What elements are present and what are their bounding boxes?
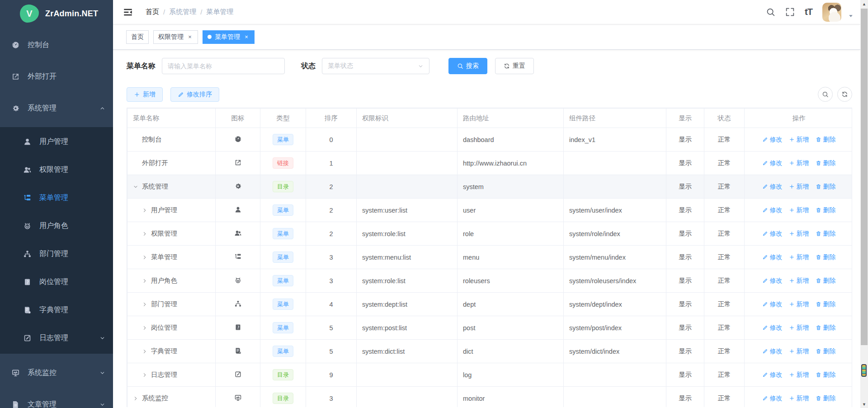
sidebar-item-12[interactable]: 系统监控 — [0, 360, 113, 385]
table-row[interactable]: 控制台菜单0dashboardindex_v1显示正常修改新增删除 — [127, 128, 853, 152]
edit-link[interactable]: 修改 — [762, 347, 783, 356]
sidebar-item-7[interactable]: 用户角色 — [0, 214, 113, 237]
table-row[interactable]: 部门管理菜单4system:dept:listdeptsystem/dept/i… — [127, 293, 853, 316]
status-cell: 正常 — [704, 152, 745, 175]
edit-link[interactable]: 修改 — [762, 394, 783, 403]
chevron-down-icon[interactable] — [848, 13, 854, 19]
row-expand-icon[interactable] — [142, 302, 148, 307]
add-link[interactable]: 新增 — [789, 136, 809, 144]
sidebar-item-8[interactable]: 部门管理 — [0, 242, 113, 265]
menu-name-input[interactable] — [162, 58, 285, 74]
delete-link[interactable]: 删除 — [816, 371, 836, 379]
scrollbar-up-arrow-icon[interactable]: ▲ — [860, 0, 868, 8]
add-link[interactable]: 新增 — [789, 230, 809, 238]
add-link[interactable]: 新增 — [789, 394, 809, 403]
tab-3[interactable]: 菜单管理× — [203, 30, 255, 44]
sidebar-item-6[interactable]: 菜单管理 — [0, 186, 113, 209]
add-link[interactable]: 新增 — [789, 347, 809, 356]
delete-link[interactable]: 删除 — [816, 159, 836, 167]
edit-link[interactable]: 修改 — [762, 300, 783, 308]
delete-link[interactable]: 删除 — [816, 324, 836, 332]
delete-link[interactable]: 删除 — [816, 347, 836, 356]
search-button[interactable]: 搜索 — [448, 58, 487, 74]
breadcrumb-item-1[interactable]: 首页 — [146, 8, 159, 16]
row-expand-icon[interactable] — [142, 208, 148, 213]
row-expand-icon[interactable] — [142, 255, 148, 260]
edit-link[interactable]: 修改 — [762, 183, 783, 191]
row-expand-icon[interactable] — [142, 231, 148, 237]
edit-link[interactable]: 修改 — [762, 230, 783, 238]
row-expand-icon[interactable] — [142, 349, 148, 354]
sidebar-item-13[interactable]: 文章管理 — [0, 392, 113, 408]
table-refresh-button[interactable] — [837, 87, 852, 102]
sidebar-item-2[interactable]: 外部打开 — [0, 64, 113, 89]
delete-link[interactable]: 删除 — [816, 300, 836, 308]
scrollbar-down-arrow-icon[interactable]: ▼ — [860, 400, 868, 408]
floating-widget[interactable] — [861, 364, 867, 377]
add-link[interactable]: 新增 — [789, 277, 809, 285]
add-link[interactable]: 新增 — [789, 300, 809, 308]
reset-button[interactable]: 重置 — [495, 58, 534, 74]
avatar[interactable] — [822, 3, 841, 22]
row-expand-icon[interactable] — [142, 325, 148, 331]
app-logo[interactable]: V ZrAdmin.NET — [0, 0, 113, 27]
tab-2[interactable]: 权限管理× — [153, 30, 198, 44]
add-link[interactable]: 新增 — [789, 206, 809, 214]
delete-link[interactable]: 删除 — [816, 394, 836, 403]
add-link[interactable]: 新增 — [789, 183, 809, 191]
scrollbar-thumb[interactable] — [861, 9, 868, 345]
fullscreen-icon[interactable] — [785, 7, 795, 17]
table-row[interactable]: 菜单管理菜单3system:menu:listmenusystem/menu/i… — [127, 246, 853, 269]
row-expand-icon[interactable] — [133, 184, 139, 190]
edit-link[interactable]: 修改 — [762, 159, 783, 167]
sidebar-item-1[interactable]: 控制台 — [0, 32, 113, 57]
table-row[interactable]: 权限管理菜单2system:role:listrolesystem/role/i… — [127, 222, 853, 246]
edit-link[interactable]: 修改 — [762, 277, 783, 285]
table-row[interactable]: 字典管理菜单5system:dict:listdictsystem/dict/i… — [127, 340, 853, 363]
font-size-icon[interactable]: tT — [805, 7, 812, 17]
page-scrollbar[interactable]: ▲ ▼ — [860, 0, 868, 408]
edit-sort-button[interactable]: 修改排序 — [170, 87, 219, 102]
add-button[interactable]: 新增 — [127, 87, 163, 102]
edit-link[interactable]: 修改 — [762, 206, 783, 214]
sidebar-item-9[interactable]: 岗位管理 — [0, 270, 113, 293]
delete-link[interactable]: 删除 — [816, 230, 836, 238]
sidebar-item-5[interactable]: 权限管理 — [0, 158, 113, 181]
table-row[interactable]: 外部打开链接1http://www.izhaorui.cn显示正常修改新增删除 — [127, 152, 853, 175]
add-link[interactable]: 新增 — [789, 371, 809, 379]
delete-link-label: 删除 — [823, 277, 836, 285]
sidebar-item-11[interactable]: 日志管理 — [0, 327, 113, 349]
sidebar-item-3[interactable]: 系统管理 — [0, 95, 113, 121]
status-select[interactable]: 菜单状态 — [322, 58, 429, 74]
table-row[interactable]: 用户角色菜单3system:role:listroleuserssystem/r… — [127, 269, 853, 293]
delete-link[interactable]: 删除 — [816, 136, 836, 144]
add-link[interactable]: 新增 — [789, 159, 809, 167]
edit-link[interactable]: 修改 — [762, 371, 783, 379]
add-link[interactable]: 新增 — [789, 324, 809, 332]
sidebar-item-10[interactable]: 字典管理 — [0, 299, 113, 321]
table-row[interactable]: 系统管理目录2system显示正常修改新增删除 — [127, 175, 853, 199]
table-search-toggle-button[interactable] — [818, 87, 833, 102]
row-expand-icon[interactable] — [142, 278, 148, 284]
delete-link[interactable]: 删除 — [816, 183, 836, 191]
row-expand-icon[interactable] — [142, 372, 148, 378]
edit-link[interactable]: 修改 — [762, 136, 783, 144]
row-expand-icon[interactable] — [133, 396, 139, 401]
delete-link[interactable]: 删除 — [816, 206, 836, 214]
tab-1[interactable]: 首页 — [126, 30, 149, 44]
edit-link[interactable]: 修改 — [762, 324, 783, 332]
table-row[interactable]: 用户管理菜单2system:user:listusersystem/user/i… — [127, 199, 853, 222]
tree-table-icon — [23, 193, 32, 202]
table-row[interactable]: 岗位管理菜单5system:post:listpostsystem/post/i… — [127, 316, 853, 340]
delete-link[interactable]: 删除 — [816, 277, 836, 285]
close-icon[interactable]: × — [187, 33, 193, 40]
table-row[interactable]: 日志管理目录9log显示正常修改新增删除 — [127, 363, 853, 387]
sidebar-item-4[interactable]: 用户管理 — [0, 130, 113, 153]
sidebar-collapse-icon[interactable] — [123, 7, 134, 17]
edit-link[interactable]: 修改 — [762, 253, 783, 261]
search-icon[interactable] — [766, 7, 775, 17]
delete-link[interactable]: 删除 — [816, 253, 836, 261]
close-icon[interactable]: × — [243, 33, 250, 40]
table-row[interactable]: 系统监控目录3monitor显示正常修改新增删除 — [127, 387, 853, 408]
add-link[interactable]: 新增 — [789, 253, 809, 261]
